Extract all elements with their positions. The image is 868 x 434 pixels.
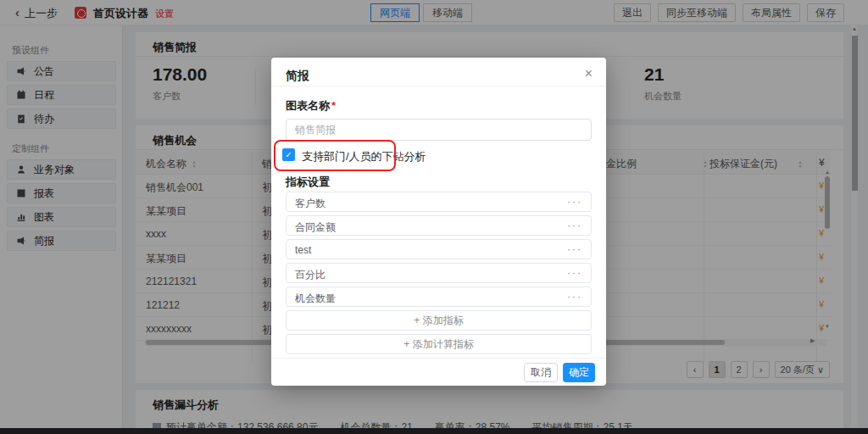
indicators-label: 指标设置 xyxy=(286,175,330,190)
indicator-row[interactable]: 合同金额··· xyxy=(286,215,592,236)
indicator-row[interactable]: test··· xyxy=(286,239,592,259)
indicator-row[interactable]: 机会数量··· xyxy=(286,287,592,307)
drilldown-checkbox-label[interactable]: 支持部门/人员的下钻分析 xyxy=(302,149,426,164)
more-icon[interactable]: ··· xyxy=(567,243,582,255)
drilldown-checkbox[interactable]: ✓ xyxy=(282,148,295,161)
chart-name-input[interactable] xyxy=(286,119,592,141)
required-mark: * xyxy=(331,99,336,112)
more-icon[interactable]: ··· xyxy=(567,267,582,279)
indicator-row[interactable]: 客户数··· xyxy=(286,192,592,212)
divider xyxy=(271,86,606,86)
cancel-button[interactable]: 取消 xyxy=(524,363,558,382)
bottom-edge-strip xyxy=(0,428,868,434)
add-indicator-button[interactable]: + 添加指标 xyxy=(286,310,592,331)
divider xyxy=(271,358,606,359)
chart-name-label: 图表名称* xyxy=(286,98,336,114)
confirm-button[interactable]: 确定 xyxy=(563,363,595,382)
more-icon[interactable]: ··· xyxy=(567,291,582,303)
more-icon[interactable]: ··· xyxy=(567,196,582,208)
close-icon[interactable]: × xyxy=(585,66,593,81)
brief-settings-modal: 简报 × 图表名称* ✓ 支持部门/人员的下钻分析 指标设置 客户数··· 合同… xyxy=(271,58,606,386)
modal-title: 简报 xyxy=(286,69,309,84)
indicator-row[interactable]: 百分比··· xyxy=(286,263,592,283)
add-calc-indicator-button[interactable]: + 添加计算指标 xyxy=(286,334,592,354)
more-icon[interactable]: ··· xyxy=(567,220,582,231)
